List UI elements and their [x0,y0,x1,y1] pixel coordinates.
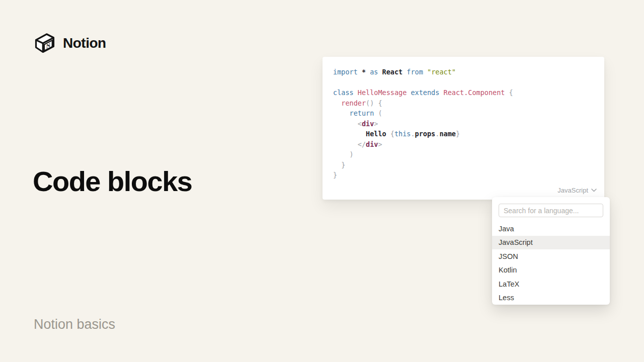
language-search-input[interactable] [499,204,603,217]
language-option-latex[interactable]: LaTeX [492,277,610,291]
notion-logo: N Notion [33,31,106,55]
language-selector-label: JavaScript [557,187,588,194]
code-line: render() { [333,98,598,109]
code-line: } [333,160,598,170]
brand-name: Notion [63,35,106,51]
code-line: ) [333,149,598,160]
code-content[interactable]: import * as React from "react" class Hel… [333,67,598,180]
language-option-less[interactable]: Less [492,291,610,305]
language-option-json[interactable]: JSON [492,249,610,263]
code-line: </div> [333,139,598,150]
code-line: import * as React from "react" [333,67,598,77]
code-line: return ( [333,108,598,119]
code-line: } [333,170,598,180]
page-title: Code blocks [33,165,192,198]
language-selector-button[interactable]: JavaScript [557,187,597,194]
search-wrap [492,204,610,222]
code-line: <div> [333,119,598,129]
language-options-list: JavaJavaScriptJSONKotlinLaTeXLess [492,222,610,305]
code-line [333,77,598,88]
code-line: class HelloMessage extends React.Compone… [333,87,598,98]
language-option-javascript[interactable]: JavaScript [492,236,610,250]
page-subtitle: Notion basics [34,317,115,332]
language-dropdown: JavaJavaScriptJSONKotlinLaTeXLess [492,197,610,305]
notion-logo-icon: N [33,31,56,55]
language-option-java[interactable]: Java [492,222,610,236]
chevron-down-icon [591,189,597,192]
code-block-card: import * as React from "react" class Hel… [323,57,604,200]
language-option-kotlin[interactable]: Kotlin [492,263,610,278]
code-line: Hello {this.props.name} [333,129,598,139]
